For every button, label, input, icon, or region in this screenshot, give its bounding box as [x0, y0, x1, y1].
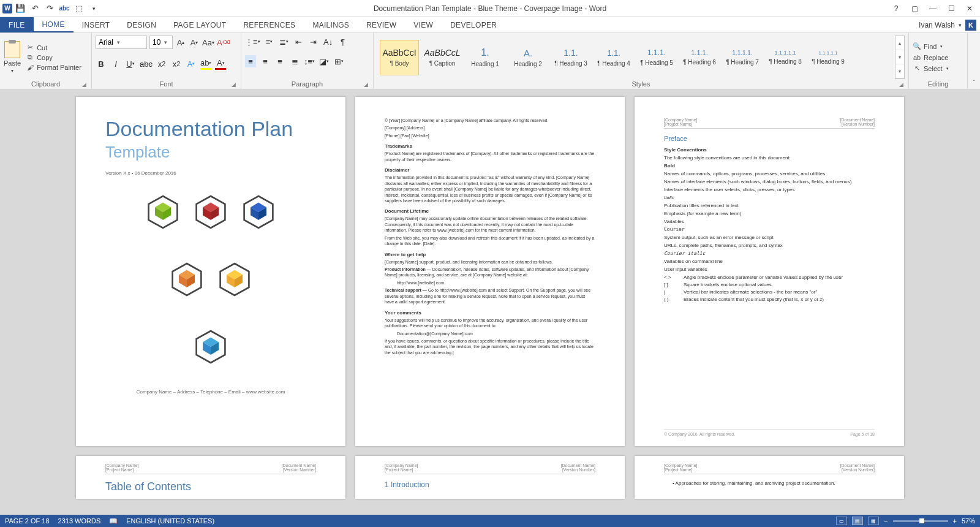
justify-button[interactable]: ≣ [289, 55, 300, 67]
style-item[interactable]: 1.1.1.1.1¶ Heading 9 [809, 40, 848, 75]
qat-save[interactable]: 💾 [13, 2, 27, 15]
style-item[interactable]: A.Heading 2 [508, 40, 548, 75]
bullets-button[interactable]: ⋮≡▾ [245, 36, 260, 48]
styles-gallery[interactable]: AaBbCcI¶ BodyAaBbCcL¶ Caption1.Heading 1… [377, 36, 890, 79]
style-item[interactable]: 1.1.1.¶ Heading 6 [680, 40, 719, 75]
font-color-button[interactable]: A▾ [215, 58, 226, 70]
align-center-button[interactable]: ≡ [260, 55, 271, 67]
highlight-button[interactable]: ab▾ [200, 58, 211, 70]
tab-review[interactable]: REVIEW [358, 17, 405, 32]
style-item[interactable]: 1.1.¶ Heading 3 [551, 40, 590, 75]
qat-customize[interactable]: ▾ [87, 2, 100, 15]
font-launcher[interactable]: ◢ [232, 82, 236, 88]
replace-icon: ab [913, 53, 921, 62]
font-size-combo[interactable]: 10▾ [149, 36, 173, 49]
ribbon-display-icon[interactable]: ▢ [907, 2, 922, 15]
numbering-button[interactable]: ≡▾ [264, 36, 275, 48]
qat-touchmode[interactable]: ⬚ [72, 2, 86, 15]
account-name: Ivan Walsh [919, 21, 955, 29]
cut-button[interactable]: ✂Cut [26, 44, 81, 52]
qat-spellcheck[interactable]: abc [58, 2, 71, 15]
styles-launcher[interactable]: ◢ [899, 82, 903, 88]
italic-button[interactable]: I [110, 58, 121, 70]
tab-insert[interactable]: INSERT [74, 17, 119, 32]
find-button[interactable]: 🔍Find▾ [913, 42, 949, 51]
sort-button[interactable]: A↓ [323, 36, 334, 48]
style-item[interactable]: 1.1.¶ Heading 4 [594, 40, 633, 75]
paragraph-launcher[interactable]: ◢ [364, 82, 368, 88]
ribbon-tabs: FILE HOME INSERT DESIGN PAGE LAYOUT REFE… [0, 17, 980, 33]
tab-home[interactable]: HOME [34, 17, 74, 32]
align-right-button[interactable]: ≡ [274, 55, 285, 67]
strike-button[interactable]: abc [140, 58, 153, 70]
brush-icon: 🖌 [26, 63, 34, 72]
subscript-button[interactable]: x2 [156, 58, 167, 70]
account-badge: K [965, 20, 976, 31]
tab-references[interactable]: REFERENCES [235, 17, 304, 32]
style-item[interactable]: 1.1.1.¶ Heading 5 [637, 40, 676, 75]
inc-indent-button[interactable]: ⇥ [308, 36, 319, 48]
help-icon[interactable]: ? [888, 2, 904, 15]
align-left-button[interactable]: ≡ [245, 55, 256, 67]
change-case-button[interactable]: Aa▾ [202, 36, 214, 48]
style-item[interactable]: AaBbCcL¶ Caption [423, 40, 462, 75]
style-item[interactable]: 1.1.1.1.¶ Heading 7 [723, 40, 762, 75]
borders-button[interactable]: ⊞▾ [333, 55, 344, 67]
window-title: Documentation Plan Template - Blue Theme… [374, 4, 606, 13]
word-icon: W [2, 4, 12, 13]
tab-view[interactable]: VIEW [405, 17, 442, 32]
ribbon: Paste ▾ ✂Cut ⧉Copy 🖌Format Painter Clipb… [0, 33, 980, 89]
multilevel-button[interactable]: ≣▾ [279, 36, 290, 48]
copy-icon: ⧉ [26, 53, 34, 62]
copy-button[interactable]: ⧉Copy [26, 53, 81, 62]
tab-pagelayout[interactable]: PAGE LAYOUT [165, 17, 235, 32]
style-item[interactable]: AaBbCcI¶ Body [380, 40, 419, 75]
styles-scroll[interactable]: ▴▾▾ [895, 36, 905, 79]
find-icon: 🔍 [913, 42, 921, 51]
font-name-combo[interactable]: Arial▾ [96, 36, 147, 49]
tab-mailings[interactable]: MAILINGS [304, 17, 358, 32]
underline-button[interactable]: U▾ [125, 58, 136, 70]
close-icon[interactable]: ✕ [962, 2, 978, 15]
tab-developer[interactable]: DEVELOPER [442, 17, 505, 32]
line-spacing-button[interactable]: ↕≡▾ [304, 55, 315, 67]
account-area[interactable]: Ivan Walsh▾ K [919, 17, 980, 32]
cut-icon: ✂ [26, 44, 34, 52]
titlebar: W 💾 ↶ ↷ abc ⬚ ▾ Documentation Plan Templ… [0, 0, 980, 17]
style-item[interactable]: 1.Heading 1 [466, 40, 505, 75]
format-painter-button[interactable]: 🖌Format Painter [26, 63, 81, 72]
qat-redo[interactable]: ↷ [43, 2, 56, 15]
collapse-ribbon-button[interactable]: ˇ [968, 33, 980, 89]
bold-button[interactable]: B [96, 58, 107, 70]
style-item[interactable]: 1.1.1.1.1¶ Heading 8 [766, 40, 805, 75]
grow-font-button[interactable]: A▴ [175, 36, 186, 48]
text-effects-button[interactable]: A▾ [186, 58, 197, 70]
superscript-button[interactable]: x2 [171, 58, 182, 70]
select-icon: ↖ [913, 64, 921, 73]
clipboard-launcher[interactable]: ◢ [82, 82, 86, 88]
select-button[interactable]: ↖Select▾ [913, 64, 949, 73]
paste-button[interactable]: Paste ▾ [4, 36, 21, 79]
dec-indent-button[interactable]: ⇤ [293, 36, 304, 48]
shrink-font-button[interactable]: A▾ [189, 36, 200, 48]
clear-format-button[interactable]: A⌫ [217, 36, 230, 48]
tab-file[interactable]: FILE [0, 17, 34, 32]
minimize-icon[interactable]: — [925, 2, 941, 15]
shading-button[interactable]: ◪▾ [318, 55, 330, 67]
paste-icon [4, 41, 20, 58]
replace-button[interactable]: abReplace [913, 53, 949, 62]
qat-undo[interactable]: ↶ [28, 2, 42, 15]
tab-design[interactable]: DESIGN [118, 17, 165, 32]
show-marks-button[interactable]: ¶ [337, 36, 349, 48]
maximize-icon[interactable]: ☐ [943, 2, 959, 15]
